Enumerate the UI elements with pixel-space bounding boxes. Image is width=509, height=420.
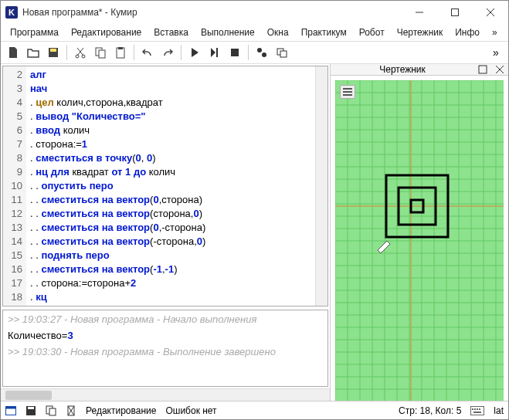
svg-rect-9 [216,48,218,57]
window-title: Новая программа* - Кумир [22,7,402,18]
titlebar: K Новая программа* - Кумир [1,1,508,24]
menu-item[interactable]: Практикум [297,25,351,39]
svg-rect-66 [6,406,16,408]
status-mode: Редактирование [86,405,156,416]
redo-icon[interactable] [158,43,177,62]
windows-icon[interactable] [273,43,291,62]
separator [66,45,67,60]
svg-rect-72 [471,406,484,415]
save-file-icon[interactable] [44,43,63,62]
maximize-button[interactable] [437,1,473,24]
svg-rect-10 [231,49,239,56]
svg-rect-15 [479,66,487,73]
menu-item[interactable]: Чертежник [392,25,448,39]
console-hscroll[interactable] [1,388,330,401]
svg-rect-74 [474,408,476,410]
console-prompt: Количество=3 [8,330,323,341]
status-position: Стр: 18, Кол: 5 [399,405,461,416]
app-icon: K [5,6,18,19]
cut-icon[interactable] [71,43,90,62]
menubar: ПрограммаРедактированиеВставкаВыполнение… [1,24,508,41]
menu-item[interactable]: Инфо [450,25,484,39]
svg-rect-8 [118,47,123,49]
toolbar-overflow[interactable]: » [487,43,505,62]
svg-rect-75 [477,408,478,410]
svg-point-11 [257,48,262,52]
statusbar: Редактирование Ошибок нет Стр: 18, Кол: … [1,401,508,419]
svg-rect-0 [452,9,459,16]
svg-rect-76 [479,408,480,410]
open-file-icon[interactable] [24,43,42,62]
minimize-button[interactable] [402,1,437,24]
paste-icon[interactable] [111,43,130,62]
svg-rect-70 [49,408,56,415]
menu-item[interactable]: Окна [263,25,294,39]
status-copy-icon[interactable] [46,405,56,416]
svg-rect-73 [472,408,473,410]
stop-icon[interactable] [226,43,244,62]
new-file-icon[interactable] [4,43,22,62]
copy-icon[interactable] [91,43,110,62]
run-icon[interactable] [185,43,204,62]
svg-point-12 [262,52,266,57]
panel-detach-icon[interactable] [474,65,491,74]
panel-title: Чертежник [331,64,474,75]
canvas-svg [335,80,504,401]
status-keyboard-icon[interactable] [470,406,484,415]
menu-item[interactable]: » [487,25,502,39]
editor-vscroll[interactable] [315,66,327,306]
status-clear-icon[interactable] [66,405,76,416]
console-log-start: >> 19:03:27 - Новая программа - Начало в… [8,313,323,325]
menu-item[interactable]: Вставка [149,25,193,39]
status-errors: Ошибок нет [165,405,216,416]
undo-icon[interactable] [138,43,157,62]
separator [248,45,249,60]
menu-item[interactable]: Робот [355,25,389,39]
left-pane: 2345678910111213141516171819 алгнач. цел… [1,64,331,401]
main-area: 2345678910111213141516171819 алгнач. цел… [1,64,508,401]
svg-rect-77 [473,412,481,413]
code-area[interactable]: алгнач. цел колич,сторона,квадрат. вывод… [26,66,315,306]
status-lang: lat [494,405,504,416]
menu-item[interactable]: Редактирование [66,25,146,39]
right-pane: Чертежник [331,64,508,401]
svg-rect-6 [99,50,105,58]
menu-item[interactable]: Выполнение [196,25,260,39]
actors-icon[interactable] [253,43,271,62]
svg-rect-2 [50,49,56,52]
panel-header: Чертежник [331,64,508,76]
separator [181,45,182,60]
separator [134,45,134,60]
step-icon[interactable] [205,43,224,62]
drawing-canvas[interactable] [335,80,504,401]
menu-item[interactable]: Программа [5,25,63,39]
panel-close-icon[interactable] [491,66,508,73]
editor[interactable]: 2345678910111213141516171819 алгнач. цел… [2,66,328,307]
svg-rect-14 [280,51,287,57]
line-gutter: 2345678910111213141516171819 [3,66,26,306]
svg-rect-68 [28,407,34,409]
console[interactable]: >> 19:03:27 - Новая программа - Начало в… [2,310,328,387]
status-window-icon[interactable] [5,406,16,415]
toolbar: » [1,41,508,64]
console-log-end: >> 19:03:30 - Новая программа - Выполнен… [8,346,323,357]
pen-cursor-icon [378,241,390,253]
close-button[interactable] [473,1,508,24]
canvas-menu-icon[interactable] [340,85,355,99]
status-save-icon[interactable] [25,405,36,416]
